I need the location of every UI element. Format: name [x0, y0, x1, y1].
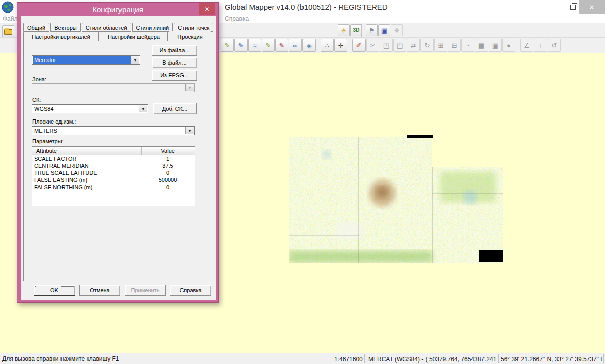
dialog-titlebar[interactable]: Конфигурация ✕: [17, 3, 218, 16]
flag-icon: ⚑: [369, 27, 375, 34]
global-mapper-window: Global Mapper v14.0 (b100512) - REGISTER…: [0, 0, 605, 364]
tab-line-styles[interactable]: Стили линий: [132, 23, 173, 32]
table-row[interactable]: SCALE FACTOR1: [32, 155, 195, 162]
join-icon: ▦: [478, 42, 485, 49]
create-cad-icon: ✎: [279, 42, 285, 49]
create-area-icon-button[interactable]: ✎: [221, 39, 234, 52]
join-icon-button: ▦: [475, 39, 488, 52]
table-row[interactable]: TRUE SCALE LATITUDE0: [32, 169, 195, 176]
dialog-title: Конфигурация: [17, 5, 218, 14]
edit-feature-icon: ✐: [356, 42, 362, 49]
planar-units-label: Плоские ед.изм.:: [32, 118, 76, 125]
window-title: Global Mapper v14.0 (b100512) - REGISTER…: [225, 3, 388, 11]
save-to-file-button[interactable]: В файл...: [152, 57, 197, 68]
load-from-file-label: Из файла...: [159, 47, 189, 53]
edit-feature-icon-button[interactable]: ✐: [352, 39, 366, 52]
crosshair-icon: ✛: [338, 42, 344, 49]
from-epsg-button[interactable]: Из EPSG...: [152, 70, 197, 81]
configuration-dialog: Конфигурация ✕ Общий Векторы Стили облас…: [17, 2, 219, 303]
table-row[interactable]: CENTRAL MERIDIAN37.5: [32, 162, 195, 169]
tab-vectors[interactable]: Векторы: [50, 23, 80, 32]
scale-icon: ⊞: [438, 42, 444, 49]
cancel-button[interactable]: Отмена: [79, 285, 120, 296]
param-name: FALSE EASTING (m): [32, 176, 141, 184]
paste-icon-button: ◳: [393, 39, 406, 52]
vertex-icon-button: ◔: [461, 39, 474, 52]
chevron-down-icon: [185, 84, 194, 91]
datum-select[interactable]: WGS84: [32, 104, 148, 113]
param-col-value[interactable]: Value: [141, 147, 195, 155]
copy-icon-button: ◰: [380, 39, 393, 52]
param-name: TRUE SCALE LATITUDE: [32, 169, 141, 176]
terrain-shader-icon: ☀: [341, 27, 347, 34]
param-value: 500000: [141, 176, 195, 184]
menu-file[interactable]: Файл: [3, 15, 18, 22]
select-points-icon: ∴: [325, 42, 329, 49]
restore-icon: [570, 5, 576, 10]
minimize-button[interactable]: —: [547, 0, 563, 14]
map-view[interactable]: [289, 137, 503, 263]
projection-select[interactable]: Mercator: [32, 55, 140, 65]
create-buffer-icon: ∞: [293, 42, 297, 49]
dialog-content: Общий Векторы Стили областей Стили линий…: [21, 16, 216, 300]
param-value: 0: [141, 169, 195, 176]
view-3d-icon: 3D: [353, 28, 360, 33]
view-3d-icon-button[interactable]: 3D: [350, 24, 362, 36]
param-name: SCALE FACTOR: [32, 155, 141, 162]
undo-icon: ↺: [552, 42, 557, 49]
load-from-file-button[interactable]: Из файла...: [152, 45, 197, 56]
tab-shader-settings[interactable]: Настройки шейдера: [100, 32, 168, 41]
terrain-shader-icon-button[interactable]: ☀: [338, 24, 350, 36]
measure-icon-button: ∠: [520, 39, 533, 52]
zone-label: Зона:: [32, 76, 46, 82]
move-icon: ⇄: [411, 42, 416, 49]
parameters-table[interactable]: Attribute Value SCALE FACTOR1 CENTRAL ME…: [32, 146, 195, 206]
export-icon: ↑: [539, 42, 542, 49]
param-value: 37.5: [141, 162, 195, 169]
chevron-down-icon[interactable]: [131, 56, 139, 64]
create-range-icon-button[interactable]: ✎: [262, 39, 275, 52]
open-file-button[interactable]: [2, 25, 14, 37]
flag-icon-button[interactable]: ⚑: [366, 24, 378, 36]
select-points-icon-button[interactable]: ∴: [321, 39, 334, 52]
apply-button[interactable]: Применить: [125, 285, 166, 296]
param-name: FALSE NORTHING (m): [32, 184, 141, 191]
create-line-icon-button[interactable]: ✎: [234, 39, 248, 52]
table-row[interactable]: FALSE NORTHING (m)0: [32, 184, 195, 191]
snap-icon-button: ⊟: [448, 39, 461, 52]
ok-button[interactable]: OK: [34, 285, 75, 296]
dialog-close-button[interactable]: ✕: [199, 3, 215, 15]
tabs-row-2: Настройки вертикалей Настройки шейдера П…: [23, 32, 213, 41]
param-col-attribute[interactable]: Attribute: [32, 147, 141, 155]
ok-label: OK: [50, 287, 58, 293]
tab-area-styles[interactable]: Стили областей: [82, 23, 131, 32]
digitizer-toolbar-icons: ✎✎≈✎✎∞◈∴✛✐✂◰◳⇄↻⊞⊟◔▦▣●∠↑↺: [220, 38, 561, 52]
close-window-button[interactable]: ✕: [579, 0, 605, 14]
statusbar: Для вызова справки нажмите клавишу F1 1:…: [0, 353, 605, 364]
chevron-down-icon[interactable]: [185, 127, 194, 134]
crosshair-icon-button[interactable]: ✛: [334, 39, 347, 52]
tab-general[interactable]: Общий: [23, 23, 49, 32]
cancel-label: Отмена: [90, 287, 109, 293]
create-buffer-icon-button[interactable]: ∞: [289, 39, 302, 52]
menu-help[interactable]: Справка: [225, 15, 249, 22]
cube-3d-icon-button[interactable]: ▣: [378, 24, 390, 36]
planar-units-select[interactable]: METERS: [32, 126, 195, 135]
create-cad-icon-button[interactable]: ✎: [275, 39, 288, 52]
create-stream-icon-button[interactable]: ≈: [248, 39, 261, 52]
status-coordinates: 56° 39' 21.2667" N, 33° 27' 39.5737" E: [498, 354, 604, 363]
split-icon-button: ▣: [489, 39, 502, 52]
tab-vertical-settings[interactable]: Настройки вертикалей: [23, 32, 99, 41]
toolbar-separator: [361, 25, 362, 37]
datum-label: СК:: [32, 97, 41, 103]
create-grid-icon-button[interactable]: ◈: [302, 39, 316, 52]
help-button[interactable]: Справка: [170, 285, 211, 296]
from-epsg-label: Из EPSG...: [160, 72, 189, 78]
param-value: 1: [141, 155, 195, 162]
save-to-file-label: В файл...: [162, 59, 186, 66]
parameters-label: Параметры:: [32, 138, 64, 144]
add-datum-button[interactable]: Доб. СК...: [153, 103, 197, 114]
table-row[interactable]: FALSE EASTING (m)500000: [32, 176, 195, 184]
chevron-down-icon[interactable]: [139, 105, 147, 112]
tab-projection[interactable]: Проекция: [169, 31, 211, 41]
